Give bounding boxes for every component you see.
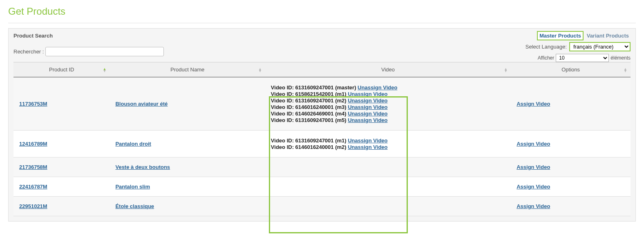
unassign-video-link[interactable]: Unassign Video: [348, 117, 387, 123]
column-header-options[interactable]: Options ▲▼: [511, 62, 631, 78]
product-id-link[interactable]: 22416787M: [19, 184, 47, 190]
column-header-video[interactable]: Video ▲▼: [265, 62, 511, 78]
product-id-link[interactable]: 12416789M: [19, 141, 47, 147]
top-right-controls: Master Products Variant Products Select …: [525, 31, 631, 62]
unassign-video-link[interactable]: Unassign Video: [348, 137, 387, 144]
sort-icon: ▲▼: [504, 67, 508, 72]
product-name-link[interactable]: Blouson aviateur été: [115, 101, 168, 107]
video-entry: Video ID: 6131609247001 (m2) Unassign Vi…: [271, 98, 505, 104]
tab-variant-products[interactable]: Variant Products: [585, 32, 631, 40]
column-header-product-name[interactable]: Product Name ▲▼: [110, 62, 265, 78]
product-name-link[interactable]: Étole classique: [115, 203, 154, 209]
assign-video-link[interactable]: Assign Video: [517, 141, 550, 147]
entries-label: éléments: [610, 55, 631, 61]
video-id-text: Video ID: 6146016240001 (m2): [271, 144, 348, 150]
sort-icon: ▲▼: [258, 67, 262, 72]
table-row: 21736758MVeste à deux boutonsAssign Vide…: [13, 157, 631, 177]
video-entry: Video ID: 6131609247001 (m5) Unassign Vi…: [271, 117, 505, 123]
assign-video-link[interactable]: Assign Video: [517, 164, 550, 170]
product-id-link[interactable]: 22951021M: [19, 203, 47, 209]
unassign-video-link[interactable]: Unassign Video: [348, 144, 387, 150]
product-search-panel: Product Search Master Products Variant P…: [8, 28, 636, 222]
unassign-video-link[interactable]: Unassign Video: [348, 98, 387, 104]
unassign-video-link[interactable]: Unassign Video: [348, 104, 387, 110]
table-row: 22951021MÉtole classiqueAssign Video: [13, 197, 631, 216]
assign-video-link[interactable]: Assign Video: [517, 184, 550, 190]
product-name-link[interactable]: Veste à deux boutons: [115, 164, 170, 170]
video-id-text: Video ID: 6158621542001 (m1): [271, 91, 348, 97]
product-name-link[interactable]: Pantalon droit: [115, 141, 151, 147]
video-entry: Video ID: 6158621542001 (m1) Unassign Vi…: [271, 91, 505, 97]
column-header-product-name-label: Product Name: [170, 67, 204, 73]
column-header-product-id[interactable]: Product ID ▲▼: [13, 62, 110, 78]
table-row: 11736753MBlouson aviateur étéVideo ID: 6…: [13, 77, 631, 131]
divider: [8, 23, 636, 23]
video-entry: Video ID: 6131609247001 (m1) Unassign Vi…: [271, 137, 505, 144]
sort-icon: ▲▼: [103, 67, 107, 72]
video-id-text: Video ID: 6131609247001 (m1): [271, 137, 348, 144]
unassign-video-link[interactable]: Unassign Video: [358, 84, 397, 91]
assign-video-link[interactable]: Assign Video: [517, 101, 550, 107]
assign-video-link[interactable]: Assign Video: [517, 203, 550, 209]
table-row: 22416787MPantalon slimAssign Video: [13, 177, 631, 197]
entries-select[interactable]: 10: [556, 54, 609, 62]
video-entry: Video ID: 6146016240001 (m2) Unassign Vi…: [271, 144, 505, 150]
video-id-text: Video ID: 6131609247001 (m5): [271, 117, 348, 123]
unassign-video-link[interactable]: Unassign Video: [348, 111, 387, 117]
video-id-text: Video ID: 6131609247001 (master): [271, 84, 358, 91]
unassign-video-link[interactable]: Unassign Video: [348, 91, 387, 97]
video-entry: Video ID: 6131609247001 (master) Unassig…: [271, 84, 505, 91]
page-title: Get Products: [8, 6, 636, 17]
show-label: Afficher: [538, 55, 554, 61]
product-id-link[interactable]: 11736753M: [19, 101, 47, 107]
language-label: Select Language:: [525, 44, 567, 50]
column-header-video-label: Video: [381, 67, 395, 73]
video-entry: Video ID: 6146016240001 (m3) Unassign Vi…: [271, 104, 505, 110]
product-id-link[interactable]: 21736758M: [19, 164, 47, 170]
video-id-text: Video ID: 6146026469001 (m4): [271, 111, 348, 117]
video-id-text: Video ID: 6146016240001 (m3): [271, 104, 348, 110]
column-header-options-label: Options: [561, 67, 580, 73]
column-header-product-id-label: Product ID: [49, 67, 74, 73]
video-entry: Video ID: 6146026469001 (m4) Unassign Vi…: [271, 111, 505, 117]
language-select[interactable]: français (France): [569, 42, 631, 51]
search-input[interactable]: [45, 47, 164, 56]
products-table: Product ID ▲▼ Product Name ▲▼: [13, 62, 631, 216]
search-label: Rechercher :: [13, 49, 44, 55]
tab-master-products[interactable]: Master Products: [537, 31, 584, 40]
sort-icon: ▲▼: [624, 67, 627, 72]
table-row: 12416789MPantalon droitVideo ID: 6131609…: [13, 131, 631, 157]
product-name-link[interactable]: Pantalon slim: [115, 184, 150, 190]
video-id-text: Video ID: 6131609247001 (m2): [271, 98, 348, 104]
